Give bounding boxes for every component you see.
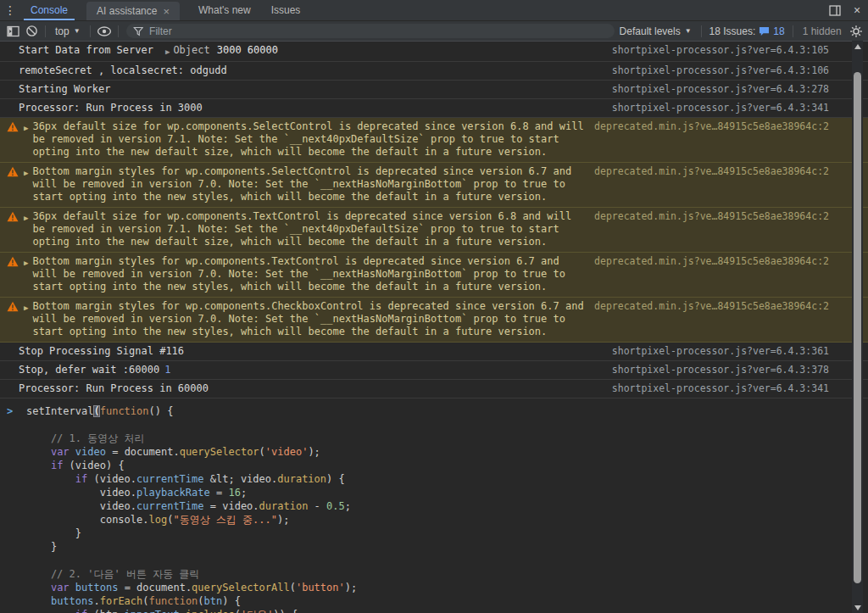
devtools-console-panel: ⋮ Console AI assistance × What's new Iss… — [0, 0, 868, 613]
log-levels-label: Default levels — [620, 25, 681, 37]
context-value: top — [55, 25, 70, 37]
filter-funnel-icon — [133, 26, 144, 36]
message-text: Start Data from Server — [19, 44, 153, 57]
tabbar-spacer — [310, 0, 824, 20]
console-message-row: Starting Worker shortpixel-processor.js?… — [0, 81, 868, 99]
source-link[interactable]: deprecated.min.js?ve…84915c5e8ae38964c:2 — [586, 255, 829, 268]
source-link[interactable]: shortpixel-processor.js?ver=6.4.3:278 — [604, 83, 829, 96]
console-toolbar: top ▼ Default levels ▼ 18 Issues: 18 1 h… — [0, 21, 868, 42]
message-text: Processor: Run Process in 3000 — [19, 102, 203, 114]
expand-triangle-icon[interactable]: ▶ — [24, 122, 28, 135]
tab-ai-assistance[interactable]: AI assistance × — [86, 2, 180, 20]
console-messages: Start Data from Server ▶ Object 3000 600… — [0, 42, 868, 398]
source-link[interactable]: deprecated.min.js?ve…84915c5e8ae38964c:2 — [586, 210, 829, 223]
warning-icon — [7, 301, 19, 312]
scroll-down-arrow-icon[interactable] — [854, 605, 861, 610]
console-message-row: Processor: Run Process in 60000 shortpix… — [0, 380, 868, 398]
message-text: Stop Processing Signal #116 — [19, 345, 184, 358]
console-message-row: Stop, defer wait :60000 1 shortpixel-pro… — [0, 361, 868, 380]
toolbar-divider — [793, 25, 793, 37]
dock-side-icon[interactable] — [824, 0, 846, 20]
message-text: Processor: Run Process in 60000 — [19, 382, 209, 395]
expand-triangle-icon[interactable]: ▶ — [165, 46, 170, 59]
tab-label: Issues — [271, 4, 301, 16]
console-input[interactable]: > setInterval(function() { // 1. 동영상 처리 … — [0, 398, 868, 613]
warning-icon — [7, 166, 19, 177]
warning-icon — [7, 121, 19, 132]
issues-counter[interactable]: 18 Issues: 18 — [706, 25, 788, 37]
toolbar-divider — [701, 25, 702, 37]
message-text: remoteSecret , localsecret: odgudd — [19, 64, 227, 77]
source-link[interactable]: shortpixel-processor.js?ver=6.4.3:378 — [604, 364, 829, 376]
tab-console[interactable]: Console — [20, 0, 78, 20]
source-link[interactable]: deprecated.min.js?ve…84915c5e8ae38964c:2 — [586, 120, 829, 133]
expand-triangle-icon[interactable]: ▶ — [24, 212, 28, 225]
filter-input-container — [126, 24, 615, 38]
close-devtools-icon[interactable]: × — [846, 0, 868, 20]
chevron-down-icon: ▼ — [74, 27, 81, 35]
warning-text: Bottom margin styles for wp.components.S… — [32, 165, 586, 203]
issues-label: 18 Issues: — [709, 25, 756, 37]
warning-text: 36px default size for wp.components.Sele… — [32, 120, 586, 159]
warning-text: Bottom margin styles for wp.components.C… — [32, 300, 586, 338]
object-preview[interactable]: Object — [173, 44, 209, 57]
console-message-row: Start Data from Server ▶ Object 3000 600… — [0, 42, 868, 62]
message-text: Stop, defer wait :60000 — [19, 364, 159, 376]
vertical-scrollbar[interactable] — [852, 41, 863, 613]
filter-input[interactable] — [147, 25, 608, 38]
source-link[interactable]: shortpixel-processor.js?ver=6.4.3:341 — [604, 382, 829, 395]
expand-triangle-icon[interactable]: ▶ — [24, 167, 28, 180]
console-sidebar-toggle-icon[interactable] — [3, 23, 22, 40]
console-warning-row: ▶ Bottom margin styles for wp.components… — [0, 163, 868, 208]
log-levels-dropdown[interactable]: Default levels ▼ — [615, 25, 697, 37]
issues-count: 18 — [773, 25, 784, 37]
console-warning-row: ▶ Bottom margin styles for wp.components… — [0, 253, 868, 298]
console-warning-row: ▶ 36px default size for wp.components.Te… — [0, 208, 868, 253]
console-settings-gear-icon[interactable] — [847, 23, 865, 40]
expand-triangle-icon[interactable]: ▶ — [24, 257, 28, 270]
message-number-arg: 1 — [164, 364, 170, 376]
console-message-row: Stop Processing Signal #116 shortpixel-p… — [0, 343, 868, 361]
scrollbar-thumb[interactable] — [854, 72, 861, 583]
expand-triangle-icon[interactable]: ▶ — [24, 302, 28, 315]
console-warning-row: ▶ 36px default size for wp.components.Se… — [0, 118, 868, 163]
more-options-icon[interactable]: ⋮ — [0, 0, 20, 20]
javascript-context-selector[interactable]: top ▼ — [50, 25, 86, 37]
toolbar-divider — [118, 25, 119, 37]
tab-whats-new[interactable]: What's new — [188, 0, 261, 20]
warning-text: 36px default size for wp.components.Text… — [32, 210, 586, 248]
source-link[interactable]: shortpixel-processor.js?ver=6.4.3:106 — [604, 64, 829, 77]
tab-label: Console — [31, 4, 68, 16]
source-link[interactable]: shortpixel-processor.js?ver=6.4.3:341 — [604, 102, 829, 114]
warning-icon — [7, 256, 19, 267]
source-link[interactable]: shortpixel-processor.js?ver=6.4.3:105 — [604, 44, 829, 57]
toolbar-divider — [45, 25, 46, 37]
devtools-tabbar: ⋮ Console AI assistance × What's new Iss… — [0, 0, 868, 21]
live-expression-eye-icon[interactable] — [95, 23, 114, 40]
source-link[interactable]: deprecated.min.js?ve…84915c5e8ae38964c:2 — [586, 300, 829, 313]
warning-icon — [7, 211, 19, 222]
tab-issues[interactable]: Issues — [261, 0, 311, 20]
message-args: 3000 60000 — [217, 44, 278, 57]
hidden-messages-button[interactable]: 1 hidden — [798, 25, 847, 37]
chevron-down-icon: ▼ — [685, 27, 692, 35]
source-link[interactable]: deprecated.min.js?ve…84915c5e8ae38964c:2 — [586, 165, 829, 178]
console-prompt-icon: > — [0, 404, 26, 613]
console-input-code[interactable]: setInterval(function() { // 1. 동영상 처리 va… — [26, 404, 868, 613]
console-warning-row: ▶ Bottom margin styles for wp.components… — [0, 298, 868, 343]
console-message-row: Processor: Run Process in 3000 shortpixe… — [0, 99, 868, 118]
issues-bubble-icon — [759, 26, 770, 36]
warning-text: Bottom margin styles for wp.components.T… — [32, 255, 586, 293]
scroll-up-arrow-icon[interactable] — [854, 44, 861, 49]
source-link[interactable]: shortpixel-processor.js?ver=6.4.3:361 — [604, 345, 829, 358]
tab-label: What's new — [198, 4, 251, 16]
close-tab-icon[interactable]: × — [163, 6, 170, 17]
toolbar-divider — [90, 25, 91, 37]
message-text: Starting Worker — [19, 83, 110, 96]
console-message-row: remoteSecret , localsecret: odgudd short… — [0, 62, 868, 81]
tab-label: AI assistance — [97, 5, 157, 17]
clear-console-icon[interactable] — [22, 23, 41, 40]
